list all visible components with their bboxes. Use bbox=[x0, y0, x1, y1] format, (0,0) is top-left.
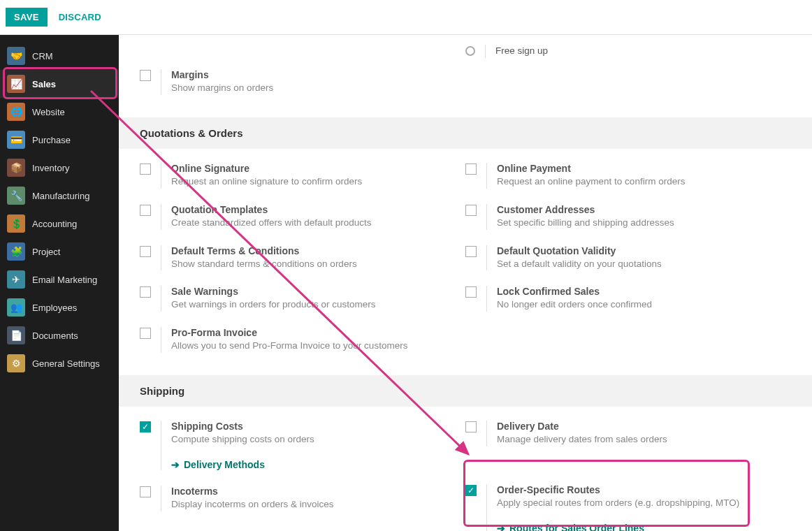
puzzle-icon: 🧩 bbox=[7, 242, 25, 261]
link-delivery-methods[interactable]: ➔ Delivery Methods bbox=[171, 459, 265, 470]
checkbox-default-quotation-validity[interactable] bbox=[465, 246, 477, 257]
setting-shipping-costs: Shipping Costs Compute shipping costs on… bbox=[140, 421, 465, 470]
section-header-shipping: Shipping bbox=[119, 375, 812, 407]
settings-content[interactable]: Free sign up Margins Show margins on ord… bbox=[119, 35, 812, 531]
checkbox-incoterms[interactable] bbox=[140, 486, 151, 497]
setting-title: Lock Confirmed Sales bbox=[497, 286, 791, 297]
sidebar-item-label: Project bbox=[32, 247, 60, 257]
sidebar-item-label: Sales bbox=[32, 79, 56, 89]
setting-title: Customer Addresses bbox=[497, 204, 791, 215]
link-routes-sales-order-lines[interactable]: ➔ Routes for Sales Order Lines bbox=[497, 523, 644, 531]
setting-delivery-date: Delivery Date Manage delivery dates from… bbox=[465, 421, 791, 446]
send-icon: ✈ bbox=[7, 270, 25, 289]
setting-default-terms: Default Terms & Conditions Show standard… bbox=[140, 245, 465, 271]
sidebar-item-sales[interactable]: 📈 Sales bbox=[0, 70, 119, 98]
checkbox-customer-addresses[interactable] bbox=[465, 205, 477, 216]
sidebar-item-label: CRM bbox=[32, 51, 53, 61]
box-icon: 📦 bbox=[7, 159, 25, 177]
divider bbox=[161, 69, 161, 95]
sidebar-item-general-settings[interactable]: ⚙ General Settings bbox=[0, 349, 119, 377]
divider bbox=[486, 421, 487, 446]
divider bbox=[486, 245, 487, 271]
setting-title: Order-Specific Routes bbox=[497, 484, 791, 495]
gear-icon: ⚙ bbox=[7, 354, 25, 372]
checkbox-pro-forma[interactable] bbox=[140, 328, 151, 339]
sidebar-item-manufacturing[interactable]: 🔧 Manufacturing bbox=[0, 182, 119, 210]
setting-desc: Display incoterms on orders & invoices bbox=[171, 498, 465, 511]
divider bbox=[486, 204, 487, 230]
checkbox-sale-warnings[interactable] bbox=[140, 286, 151, 298]
divider bbox=[161, 204, 161, 230]
setting-default-quotation-validity: Default Quotation Validity Set a default… bbox=[465, 245, 791, 271]
setting-desc: Apply special routes from orders (e.g. d… bbox=[497, 497, 791, 510]
setting-title: Delivery Date bbox=[497, 421, 791, 432]
radio-free-sign-up[interactable] bbox=[465, 46, 475, 56]
sidebar-item-accounting[interactable]: 💲 Accounting bbox=[0, 210, 119, 238]
sidebar-item-documents[interactable]: 📄 Documents bbox=[0, 321, 119, 349]
setting-title: Margins bbox=[171, 69, 465, 80]
checkbox-delivery-date[interactable] bbox=[465, 421, 477, 432]
sidebar-item-project[interactable]: 🧩 Project bbox=[0, 238, 119, 266]
globe-icon: 🌐 bbox=[7, 103, 25, 121]
money-icon: 💲 bbox=[7, 214, 25, 233]
link-label: Delivery Methods bbox=[184, 459, 265, 470]
divider bbox=[161, 486, 161, 511]
divider bbox=[161, 421, 161, 470]
arrow-right-icon: ➔ bbox=[497, 523, 505, 531]
sidebar-item-inventory[interactable]: 📦 Inventory bbox=[0, 154, 119, 182]
divider bbox=[486, 286, 487, 312]
setting-online-signature: Online Signature Request an online signa… bbox=[140, 163, 465, 189]
checkbox-default-terms[interactable] bbox=[140, 246, 151, 257]
sidebar-item-employees[interactable]: 👥 Employees bbox=[0, 293, 119, 321]
setting-desc: Set a default validity on your quotation… bbox=[497, 258, 791, 271]
setting-title: Incoterms bbox=[171, 486, 465, 497]
sidebar-item-label: Employees bbox=[32, 303, 77, 313]
sidebar-item-email-marketing[interactable]: ✈ Email Marketing bbox=[0, 266, 119, 293]
setting-title: Pro-Forma Invoice bbox=[171, 327, 465, 338]
setting-title: Quotation Templates bbox=[171, 204, 465, 215]
setting-desc: Request an online payment to confirm ord… bbox=[497, 175, 791, 189]
setting-desc: Create standardized offers with default … bbox=[171, 217, 465, 230]
radio-label: Free sign up bbox=[495, 45, 548, 58]
checkbox-quotation-templates[interactable] bbox=[140, 205, 151, 216]
checkbox-lock-confirmed-sales[interactable] bbox=[465, 286, 477, 298]
file-icon: 📄 bbox=[7, 326, 25, 344]
setting-title: Shipping Costs bbox=[171, 421, 465, 432]
checkbox-order-specific-routes[interactable] bbox=[465, 485, 477, 496]
checkbox-online-signature[interactable] bbox=[140, 163, 151, 175]
setting-lock-confirmed-sales: Lock Confirmed Sales No longer edit orde… bbox=[465, 286, 791, 312]
setting-desc: Set specific billing and shipping addres… bbox=[497, 217, 791, 230]
checkbox-online-payment[interactable] bbox=[465, 163, 477, 175]
checkbox-shipping-costs[interactable] bbox=[140, 421, 151, 432]
setting-desc: No longer edit orders once confirmed bbox=[497, 298, 791, 312]
setting-desc: Manage delivery dates from sales orders bbox=[497, 433, 791, 446]
setting-sale-warnings: Sale Warnings Get warnings in orders for… bbox=[140, 286, 465, 312]
setting-incoterms: Incoterms Display incoterms on orders & … bbox=[140, 486, 465, 511]
sidebar-item-label: Documents bbox=[32, 330, 78, 341]
sidebar-item-purchase[interactable]: 💳 Purchase bbox=[0, 126, 119, 154]
divider bbox=[486, 163, 487, 189]
setting-customer-addresses: Customer Addresses Set specific billing … bbox=[465, 204, 791, 230]
setting-desc: Allows you to send Pro-Forma Invoice to … bbox=[171, 340, 465, 353]
wrench-icon: 🔧 bbox=[7, 187, 25, 205]
setting-desc: Compute shipping costs on orders bbox=[171, 433, 465, 446]
setting-desc: Get warnings in orders for products or c… bbox=[171, 298, 465, 312]
setting-title: Default Quotation Validity bbox=[497, 245, 791, 256]
setting-desc: Request an online signature to confirm o… bbox=[171, 175, 465, 189]
setting-margins: Margins Show margins on orders bbox=[140, 69, 465, 95]
checkbox-margins[interactable] bbox=[140, 70, 151, 81]
arrow-right-icon: ➔ bbox=[171, 459, 180, 470]
sidebar-item-crm[interactable]: 🤝 CRM bbox=[0, 42, 119, 70]
sidebar-item-label: Email Marketing bbox=[32, 275, 97, 285]
sidebar-item-label: Accounting bbox=[32, 219, 77, 229]
setting-title: Online Payment bbox=[497, 163, 791, 174]
setting-desc: Show margins on orders bbox=[171, 82, 465, 95]
save-button[interactable]: SAVE bbox=[6, 8, 48, 27]
discard-button[interactable]: DISCARD bbox=[50, 8, 110, 27]
section-header-quotations: Quotations & Orders bbox=[119, 117, 812, 149]
people-icon: 👥 bbox=[7, 298, 25, 317]
sidebar-item-website[interactable]: 🌐 Website bbox=[0, 98, 119, 126]
setting-desc: Show standard terms & conditions on orde… bbox=[171, 258, 465, 271]
setting-order-specific-routes: Order-Specific Routes Apply special rout… bbox=[465, 484, 791, 531]
divider bbox=[161, 163, 161, 189]
